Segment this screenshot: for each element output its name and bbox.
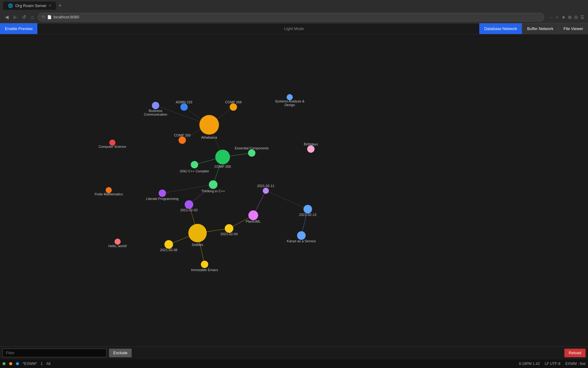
star-button[interactable]: ★ — [562, 15, 566, 20]
app-bar-left: Enable Preview — [0, 23, 37, 34]
tab-favicon: 🌐 — [8, 3, 13, 8]
label-immutable-emacs: Immutable Emacs — [191, 268, 218, 272]
grid-button[interactable]: ⊞ — [568, 15, 572, 20]
node-comp206[interactable] — [215, 150, 230, 164]
node-date-20210204[interactable] — [225, 224, 233, 233]
node-admn233[interactable] — [180, 103, 188, 111]
more-button[interactable]: ··· — [549, 15, 553, 20]
workspace-label: *EXWM* — [23, 362, 37, 366]
forward-button[interactable]: ▶ — [12, 13, 18, 21]
svg-line-8 — [162, 185, 213, 193]
filter-input[interactable] — [2, 349, 107, 357]
status-bar: *EXWM* 1 All 8:18PM 1.42 LF UTF-8 EXWM :… — [0, 359, 588, 368]
status-mode: EXWM : line — [565, 362, 586, 366]
node-comp200[interactable] — [179, 136, 186, 144]
bookmark-button[interactable]: ☆ — [555, 15, 559, 20]
workspace-number: 1 — [41, 362, 43, 366]
app-bar: Enable Preview Light Mode Database Netwo… — [0, 23, 588, 34]
node-plantuml[interactable] — [248, 210, 258, 220]
node-literate-prog[interactable] — [159, 190, 166, 197]
status-indicator-blue — [16, 362, 19, 365]
label-literate-prog: Literate Programming — [146, 197, 179, 201]
status-time: 8:18PM 1.42 — [519, 362, 540, 366]
network-canvas[interactable]: Athabasca COMP 206 ADMN 233 COMP 268 Bus… — [0, 34, 588, 341]
node-gnu-cpp[interactable] — [191, 161, 198, 168]
node-computer-science[interactable] — [109, 140, 115, 146]
label-dotfiles: Dotfiles — [192, 243, 203, 247]
node-comp268[interactable] — [230, 103, 237, 111]
node-dotfiles[interactable] — [188, 224, 207, 242]
tab-title: Org Roam Server — [15, 3, 47, 8]
status-encoding: LF UTF-8 — [545, 362, 560, 366]
url-display: localhost:8080 — [54, 15, 79, 19]
node-immutable-emacs[interactable] — [201, 261, 208, 268]
node-date-20210211[interactable] — [263, 188, 269, 194]
address-bar[interactable]: 🛡 📄 localhost:8080 — [38, 13, 545, 21]
reload-button[interactable]: Reload — [564, 349, 586, 357]
back-button[interactable]: ◀ — [4, 13, 10, 21]
label-gnu-cpp: GNU C++ Compiler — [180, 169, 209, 173]
app-bar-right: Database Network Buffer Network File Vie… — [479, 23, 588, 34]
node-birthdays[interactable] — [307, 145, 315, 153]
svg-line-13 — [266, 191, 308, 209]
node-essential-comp[interactable] — [248, 149, 255, 157]
network-svg: Athabasca COMP 206 ADMN 233 COMP 268 Bus… — [0, 34, 588, 341]
bottom-bar: Exclude Reload — [0, 347, 588, 359]
light-mode-label: Light Mode — [284, 26, 304, 31]
layout-button[interactable]: ⊟ — [574, 15, 578, 20]
exclude-button[interactable]: Exclude — [109, 349, 132, 357]
browser-toolbar: ◀ ▶ ↺ ⌂ 🛡 📄 localhost:8080 ··· ☆ ★ ⊞ ⊟ ☰ — [0, 11, 588, 23]
node-thinking-cpp[interactable] — [209, 180, 217, 189]
menu-button[interactable]: ☰ — [580, 15, 584, 20]
tab-file-viewer[interactable]: File Viewer — [558, 23, 588, 34]
node-kanye[interactable] — [297, 231, 306, 240]
node-athabasca[interactable] — [199, 115, 219, 135]
browser-titlebar: 🌐 Org Roam Server × + — [0, 0, 588, 11]
node-systems-analysis[interactable] — [287, 94, 293, 100]
browser-tab[interactable]: 🌐 Org Roam Server × — [3, 2, 56, 10]
status-right: 8:18PM 1.42 LF UTF-8 EXWM : line — [519, 362, 586, 366]
security-icon: 🛡 — [42, 15, 45, 19]
tab-database-network[interactable]: Database Network — [479, 23, 522, 34]
new-tab-button[interactable]: + — [58, 2, 62, 9]
page-icon: 📄 — [47, 15, 52, 19]
svg-line-9 — [189, 185, 213, 205]
tab-close-button[interactable]: × — [49, 3, 51, 8]
label-comp206: COMP 206 — [214, 165, 231, 168]
status-indicator-orange — [9, 362, 12, 365]
all-label: All — [46, 362, 50, 366]
status-indicator-green — [2, 362, 6, 365]
toolbar-right: ··· ☆ ★ ⊞ ⊟ ☰ — [549, 15, 584, 20]
label-business-comm2: Communication — [144, 113, 167, 116]
label-date-20210211: 2021-02-11 — [257, 184, 274, 188]
node-date-20210213[interactable] — [303, 205, 312, 213]
label-thinking-cpp: Thinking in C++ — [201, 189, 225, 193]
reload-browser-button[interactable]: ↺ — [21, 13, 27, 21]
node-business-comm[interactable] — [152, 102, 159, 109]
enable-preview-button[interactable]: Enable Preview — [0, 23, 37, 34]
tab-buffer-network[interactable]: Buffer Network — [522, 23, 558, 34]
node-date-20210208[interactable] — [164, 240, 173, 249]
label-systems-analysis2: Design — [285, 103, 295, 107]
node-finite-math[interactable] — [106, 187, 112, 193]
home-button[interactable]: ⌂ — [30, 13, 35, 21]
label-business-comm: Business — [149, 109, 163, 113]
node-hello-world[interactable] — [115, 239, 121, 245]
node-date-20210203[interactable] — [185, 200, 193, 209]
